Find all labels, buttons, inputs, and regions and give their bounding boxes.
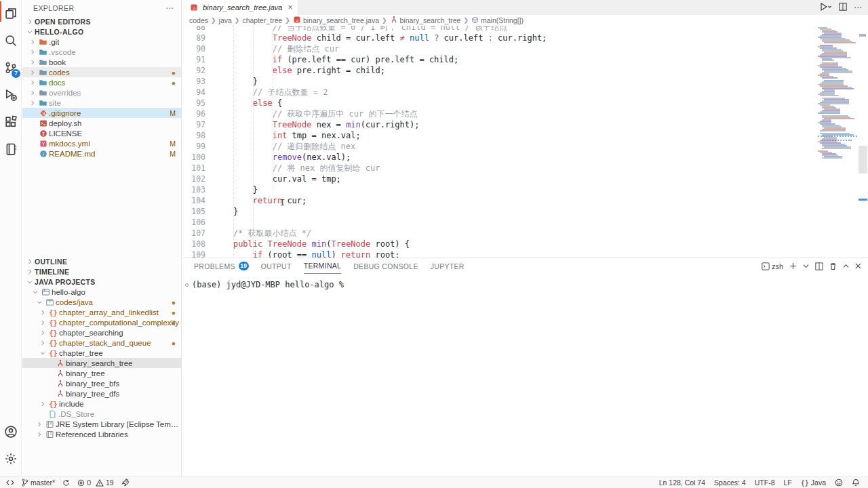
section-java-projects[interactable]: JAVA PROJECTS [22, 277, 182, 287]
settings-gear-button[interactable] [0, 445, 22, 472]
tree-item-label: codes/java [56, 298, 93, 306]
tree-item-binary-tree-dfs[interactable]: binary_tree_dfs [22, 388, 182, 399]
code-line-92: 92 else pre.right = child; [182, 65, 868, 76]
notifications-bell-icon[interactable] [852, 479, 860, 487]
maximize-panel-icon[interactable] [843, 263, 849, 269]
source-control-activity-button[interactable]: 7 [0, 54, 22, 81]
breadcrumb-item-java[interactable]: java [219, 16, 232, 24]
tree-item-book[interactable]: book [22, 57, 182, 67]
tree-item-chapter-searching[interactable]: {}chapter_searching [22, 327, 182, 338]
split-terminal-icon[interactable] [815, 262, 823, 270]
breadcrumb-item-binary-search-tree[interactable]: binary_search_tree [390, 16, 461, 25]
section-timeline[interactable]: TIMELINE [22, 266, 182, 277]
split-editor-icon[interactable] [839, 1, 847, 14]
notebook-activity-button[interactable] [0, 136, 22, 163]
terminal-prompt-text: (base) jyd@JYD-MBP hello-algo % [192, 280, 344, 289]
tree-item-deploy-sh[interactable]: deploy.sh [22, 118, 182, 128]
terminal-shell-selector[interactable]: zsh [762, 262, 783, 270]
tree-item--gitignore[interactable]: .gitignoreM [22, 108, 182, 118]
tree-item-mkdocs-yml[interactable]: mkdocs.ymlM [22, 138, 182, 148]
tree-item-codes[interactable]: codes● [22, 67, 182, 77]
tree-item-chapter-stack-and-queue[interactable]: {}chapter_stack_and_queue● [22, 338, 182, 348]
tree-item-binary-tree-bfs[interactable]: binary_tree_bfs [22, 378, 182, 388]
tree-item-binary-search-tree[interactable]: binary_search_tree [22, 358, 182, 368]
panel-tab-debug-console[interactable]: DEBUG CONSOLE [353, 258, 418, 274]
indentation-setting[interactable]: Spaces: 4 [714, 479, 746, 487]
tree-item-hello-algo[interactable]: hello-algo [22, 287, 182, 297]
section-outline[interactable]: OUTLINE [22, 256, 182, 266]
extensions-icon [4, 115, 18, 129]
feedback-icon[interactable] [835, 479, 843, 487]
more-actions-icon[interactable]: ⋯ [854, 3, 863, 12]
run-java-button[interactable] [820, 1, 832, 14]
cursor-position[interactable]: Ln 128, Col 74 [659, 479, 705, 487]
breadcrumb-item-main-string-[interactable]: main(String[]) [471, 16, 524, 25]
encoding-setting[interactable]: UTF-8 [755, 479, 775, 487]
breadcrumb-item-chapter-tree[interactable]: chapter_tree [242, 16, 282, 24]
code-line-89: 89 TreeNode child = cur.left ≠ null ? cu… [182, 33, 868, 43]
tree-item-chapter-tree[interactable]: {}chapter_tree [22, 348, 182, 358]
panel-tab-problems[interactable]: PROBLEMS19 [194, 258, 249, 274]
terminal-dropdown-icon[interactable] [803, 263, 809, 269]
chevron-right-icon [38, 401, 47, 407]
kill-terminal-icon[interactable] [829, 262, 837, 270]
minimap[interactable] [818, 26, 857, 258]
panel-tab-jupyter[interactable]: JUPYTER [431, 258, 465, 274]
tree-item--git[interactable]: .git [22, 37, 182, 47]
run-debug-icon [4, 88, 18, 102]
java-status-rocket-icon[interactable] [121, 479, 130, 487]
tree-item-label: docs [49, 79, 65, 87]
terminal-prompt-line[interactable]: (base) jyd@JYD-MBP hello-algo % [185, 280, 868, 289]
tree-item-referenced-libraries[interactable]: Referenced Libraries [22, 429, 182, 439]
tree-item-include[interactable]: {}include [22, 399, 182, 409]
section-hello-algo[interactable]: HELLO-ALGO [22, 26, 182, 37]
section-open-editors[interactable]: OPEN EDITORS [22, 16, 182, 26]
tree-item-codes-java[interactable]: codes/java● [22, 297, 182, 307]
git-change-dot: ● [172, 79, 176, 87]
close-panel-icon[interactable] [855, 263, 861, 269]
breadcrumb-label: java [219, 16, 232, 24]
code-editor[interactable]: 109 if (root == null) return root;108 pu… [182, 26, 868, 258]
tree-item-docs[interactable]: docs● [22, 77, 182, 87]
problems-status[interactable]: 0 19 [77, 479, 114, 487]
tree-item-overrides[interactable]: overrides [22, 87, 182, 98]
overview-ruler[interactable] [858, 26, 868, 258]
search-activity-button[interactable] [0, 27, 22, 54]
tree-item-site[interactable]: site [22, 98, 182, 108]
tab-close-icon[interactable]: × [288, 3, 292, 12]
explorer-sidebar: EXPLORER ⋯ OPEN EDITORSHELLO-ALGO.git.vs… [22, 0, 182, 476]
sync-icon[interactable] [62, 479, 70, 487]
panel-tab-terminal[interactable]: TERMINAL [304, 258, 342, 274]
method-icon [471, 16, 479, 25]
tree-item-jre-system-library-eclipse-temurin-17-17[interactable]: JRE System Library [Eclipse Temurin 17 [… [22, 419, 182, 429]
editor-group: binary_search_tree.java × ⋯ codes❯java❯c… [182, 0, 868, 476]
tree-item-label: binary_search_tree [66, 359, 132, 367]
run-debug-activity-button[interactable] [0, 81, 22, 108]
tree-item-chapter-array-and-linkedlist[interactable]: {}chapter_array_and_linkedlist● [22, 307, 182, 317]
panel-tab-output[interactable]: OUTPUT [261, 258, 292, 274]
tree-item-readme-md[interactable]: README.mdM [22, 148, 182, 159]
tree-item--ds-store[interactable]: .DS_Store [22, 409, 182, 419]
editor-actions: ⋯ [820, 0, 863, 15]
file-icon [47, 410, 58, 418]
tree-item-license[interactable]: LICENSE [22, 128, 182, 138]
line-number: 96 [182, 108, 205, 119]
breadcrumb-item-binary-search-tree-java[interactable]: binary_search_tree.java [293, 16, 379, 25]
git-branch-status[interactable]: master* [22, 479, 55, 487]
sidebar-more-actions-icon[interactable]: ⋯ [165, 3, 174, 13]
panel-tab-label: DEBUG CONSOLE [353, 262, 418, 270]
tree-item-binary-tree[interactable]: binary_tree [22, 368, 182, 378]
eol-setting[interactable]: LF [784, 479, 792, 487]
breadcrumb-item-codes[interactable]: codes [189, 16, 208, 24]
new-terminal-icon[interactable] [789, 262, 797, 270]
tab-binary-search-tree[interactable]: binary_search_tree.java × [182, 0, 298, 15]
tree-item-chapter-computational-complexity[interactable]: {}chapter_computational_complexity● [22, 317, 182, 327]
tree-item--vscode[interactable]: .vscode [22, 47, 182, 57]
account-button[interactable] [0, 418, 22, 445]
line-number: 108 [182, 239, 205, 249]
yaml-icon [37, 140, 49, 148]
explorer-activity-button[interactable] [0, 0, 22, 27]
remote-indicator-icon[interactable] [6, 479, 14, 486]
extensions-activity-button[interactable] [0, 108, 22, 136]
language-mode[interactable]: {} Java [801, 479, 826, 487]
